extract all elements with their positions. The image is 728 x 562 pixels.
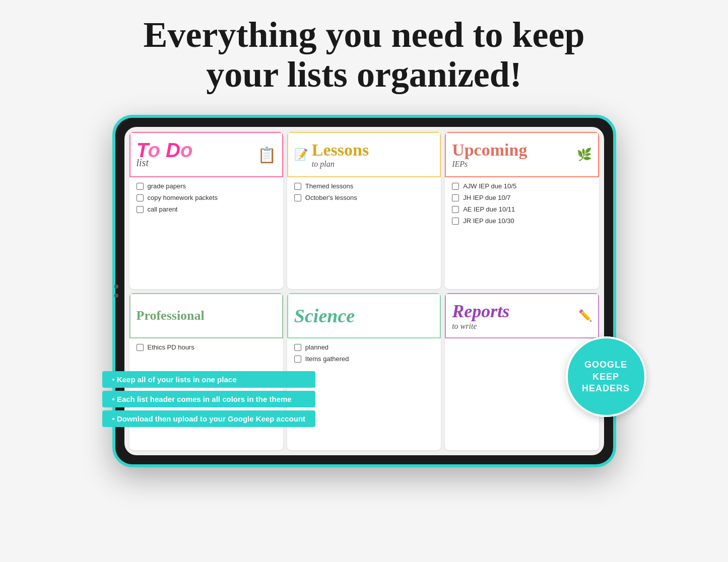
lessons-header: 📝 Lessons to plan — [287, 132, 441, 177]
lessons-subtitle: to plan — [312, 160, 434, 169]
reports-subtitle: to write — [452, 322, 578, 331]
upcoming-body: AJW IEP due 10/5 JH IEP due 10/7 AE IEP … — [445, 177, 599, 289]
reports-header: Reports to write ✏️ — [445, 293, 599, 338]
science-title: Science — [294, 305, 434, 327]
checkbox-1 — [137, 183, 144, 190]
upcoming-title: Upcoming — [452, 140, 576, 160]
upcoming-item-2: JH IEP due 10/7 — [452, 194, 591, 201]
science-header: Science — [287, 293, 441, 338]
lessons-item-2: October's lessons — [294, 194, 434, 201]
pencil-icon: ✏️ — [578, 309, 592, 322]
lessons-item-1: Themed lessons — [294, 182, 434, 190]
tablet-device: • Keep all of your lists in one place • … — [112, 115, 616, 467]
bullet-points-overlay: • Keep all of your lists in one place • … — [102, 371, 316, 427]
todo-title: To Do — [137, 141, 257, 159]
checkbox-3 — [137, 206, 144, 213]
todo-card: To Do list 📋 grade papers copy homework … — [129, 132, 283, 289]
todo-item-1: grade papers — [137, 182, 276, 190]
checklist-icon: 📝 — [294, 148, 308, 161]
todo-body: grade papers copy homework packets call … — [129, 177, 283, 289]
nav-dot-2 — [114, 294, 118, 298]
nav-dots — [114, 285, 118, 298]
lessons-card: 📝 Lessons to plan Themed lessons October… — [287, 132, 441, 289]
clipboard-icon: 📋 — [257, 146, 276, 164]
lessons-body: Themed lessons October's lessons — [287, 177, 441, 289]
upcoming-item-4: JR IEP due 10/30 — [452, 217, 591, 225]
todo-item-3: call parent — [137, 205, 276, 213]
reports-title: Reports — [452, 301, 578, 322]
bullet-item-3: • Download then upload to your Google Ke… — [102, 410, 316, 427]
google-keep-badge: GOOGLE KEEP HEADERS — [566, 336, 646, 417]
science-item-1: planned — [294, 343, 434, 351]
plant-icon: 🌿 — [577, 148, 592, 162]
upcoming-subtitle: IEPs — [452, 160, 576, 169]
todo-item-2: copy homework packets — [137, 194, 276, 201]
bullet-item-2: • Each list header comes in all colors i… — [102, 391, 316, 407]
professional-title: Professional — [137, 308, 276, 323]
checkbox-2 — [137, 194, 144, 201]
todo-header: To Do list 📋 — [129, 132, 283, 177]
upcoming-item-3: AE IEP due 10/11 — [452, 205, 591, 213]
main-title: Everything you need to keep your lists o… — [143, 15, 584, 95]
professional-item-1: Ethics PD hours — [137, 343, 276, 351]
bullet-item-1: • Keep all of your lists in one place — [102, 371, 316, 388]
badge-text: GOOGLE KEEP HEADERS — [582, 359, 630, 394]
lessons-title: Lessons — [312, 140, 434, 160]
science-item-2: Items gathered — [294, 355, 434, 363]
upcoming-item-1: AJW IEP due 10/5 — [452, 182, 591, 190]
nav-dot-1 — [114, 285, 118, 289]
upcoming-header: Upcoming IEPs 🌿 — [445, 132, 599, 177]
professional-header: Professional — [129, 293, 283, 338]
upcoming-card: Upcoming IEPs 🌿 AJW IEP due 10/5 JH IEP … — [445, 132, 599, 289]
